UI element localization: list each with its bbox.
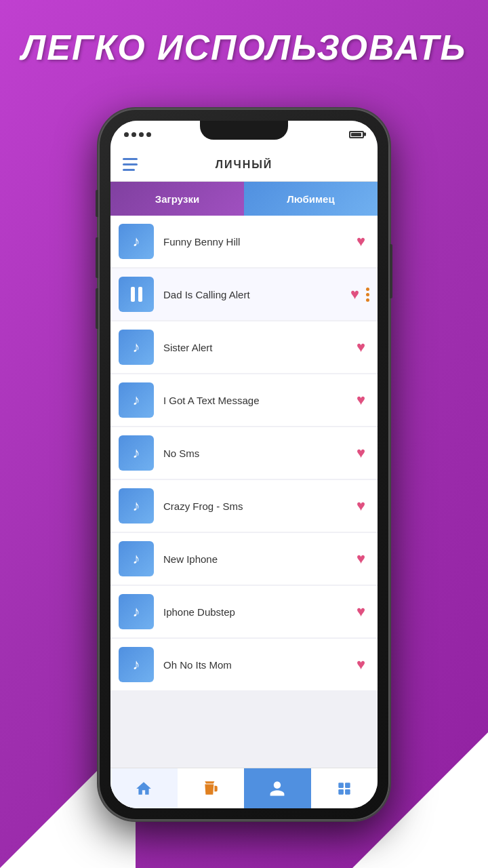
- favorite-heart-icon[interactable]: ♥: [357, 550, 365, 568]
- hamburger-line-1: [123, 158, 138, 160]
- beer-icon: [202, 780, 220, 797]
- favorite-heart-icon[interactable]: ♥: [357, 603, 365, 620]
- svg-rect-1: [345, 783, 350, 788]
- song-name: New Iphone: [163, 553, 357, 565]
- pause-bar-2: [138, 287, 142, 302]
- song-item[interactable]: ♪ Iphone Dubstep ♥: [110, 586, 378, 637]
- music-note-icon: ♪: [133, 603, 140, 620]
- song-icon-bg: ♪: [119, 647, 154, 682]
- menu-button[interactable]: [123, 158, 138, 171]
- favorite-heart-icon[interactable]: ♥: [357, 233, 365, 250]
- pause-bar-1: [131, 287, 135, 302]
- plus-icon: [336, 780, 353, 797]
- phone-btn-vol-up: [96, 237, 98, 278]
- song-name: Crazy Frog - Sms: [163, 500, 357, 512]
- nav-item-home[interactable]: [110, 768, 178, 808]
- favorite-heart-icon[interactable]: ♥: [350, 285, 359, 303]
- hamburger-line-3: [123, 169, 135, 171]
- phone-btn-power: [390, 244, 392, 298]
- favorite-heart-icon[interactable]: ♥: [357, 338, 365, 356]
- phone-notch: [200, 121, 288, 140]
- tab-bar: Загрузки Любимец: [110, 182, 378, 216]
- favorite-heart-icon[interactable]: ♥: [357, 391, 365, 409]
- signal-dot-1: [124, 132, 129, 137]
- more-dot-1: [366, 288, 369, 291]
- song-icon-bg-playing: [119, 277, 154, 312]
- nav-item-plus[interactable]: [311, 768, 378, 808]
- song-name: Funny Benny Hill: [163, 236, 357, 248]
- phone-btn-mute: [96, 190, 98, 217]
- song-icon-bg: ♪: [119, 224, 154, 259]
- music-note-icon: ♪: [133, 391, 140, 409]
- music-note-icon: ♪: [133, 338, 140, 356]
- song-name: Sister Alert: [163, 342, 357, 353]
- signal-dot-2: [131, 132, 136, 137]
- song-icon-bg: ♪: [119, 435, 154, 471]
- song-item[interactable]: ♪ Crazy Frog - Sms ♥: [110, 480, 378, 532]
- nav-item-beer[interactable]: [178, 768, 245, 808]
- signal-dot-3: [139, 132, 144, 137]
- more-options-icon[interactable]: [366, 288, 369, 302]
- status-signal: [124, 132, 151, 137]
- more-dot-2: [366, 293, 369, 296]
- song-icon-bg: ♪: [119, 382, 154, 418]
- svg-rect-3: [345, 789, 350, 795]
- song-item[interactable]: ♪ New Iphone ♥: [110, 533, 378, 585]
- song-name: No Sms: [163, 448, 357, 459]
- svg-rect-0: [338, 783, 344, 788]
- song-item[interactable]: ♪ Oh No Its Mom ♥: [110, 639, 378, 690]
- phone-device: ЛИЧНЫЙ Загрузки Любимец ♪ Funny Benny: [98, 108, 390, 821]
- tab-favorites[interactable]: Любимец: [244, 182, 378, 216]
- music-note-icon: ♪: [133, 550, 140, 568]
- svg-rect-2: [338, 789, 344, 795]
- headline: ЛЕГКО ИСПОЛЬЗОВАТЬ: [0, 27, 488, 68]
- music-note-icon: ♪: [133, 656, 140, 673]
- song-icon-bg: ♪: [119, 488, 154, 524]
- favorite-heart-icon[interactable]: ♥: [357, 497, 365, 515]
- music-note-icon: ♪: [133, 233, 140, 250]
- song-name: I Got A Text Message: [163, 395, 357, 406]
- song-name: Iphone Dubstep: [163, 606, 357, 618]
- song-item-playing[interactable]: Dad Is Calling Alert ♥: [110, 269, 378, 320]
- music-note-icon: ♪: [133, 444, 140, 462]
- song-item[interactable]: ♪ No Sms ♥: [110, 427, 378, 479]
- signal-dot-4: [146, 132, 151, 137]
- favorite-heart-icon[interactable]: ♥: [357, 444, 365, 462]
- song-item[interactable]: ♪ Funny Benny Hill ♥: [110, 216, 378, 267]
- songs-list: ♪ Funny Benny Hill ♥ Dad Is Calling Aler…: [110, 216, 378, 768]
- song-item[interactable]: ♪ Sister Alert ♥: [110, 321, 378, 373]
- status-battery: [349, 131, 364, 138]
- user-icon: [268, 780, 286, 797]
- song-icon-bg: ♪: [119, 594, 154, 629]
- hamburger-line-2: [123, 163, 138, 165]
- phone-btn-vol-down: [96, 288, 98, 329]
- app-header: ЛИЧНЫЙ: [110, 148, 378, 182]
- music-note-icon: ♪: [133, 497, 140, 515]
- tab-downloads[interactable]: Загрузки: [110, 182, 244, 216]
- song-icon-bg: ♪: [119, 541, 154, 576]
- song-name: Oh No Its Mom: [163, 659, 357, 671]
- app-title: ЛИЧНЫЙ: [216, 159, 273, 171]
- song-item[interactable]: ♪ I Got A Text Message ♥: [110, 374, 378, 426]
- song-icon-bg: ♪: [119, 330, 154, 365]
- pause-icon: [131, 287, 142, 302]
- more-dot-3: [366, 298, 369, 302]
- nav-item-user[interactable]: [244, 768, 311, 808]
- bottom-nav: [110, 768, 378, 808]
- phone-screen: ЛИЧНЫЙ Загрузки Любимец ♪ Funny Benny: [110, 121, 378, 808]
- battery-fill: [351, 133, 361, 136]
- phone-shell: ЛИЧНЫЙ Загрузки Любимец ♪ Funny Benny: [98, 108, 390, 821]
- favorite-heart-icon[interactable]: ♥: [357, 656, 365, 673]
- song-name: Dad Is Calling Alert: [163, 289, 350, 300]
- home-icon: [135, 780, 152, 797]
